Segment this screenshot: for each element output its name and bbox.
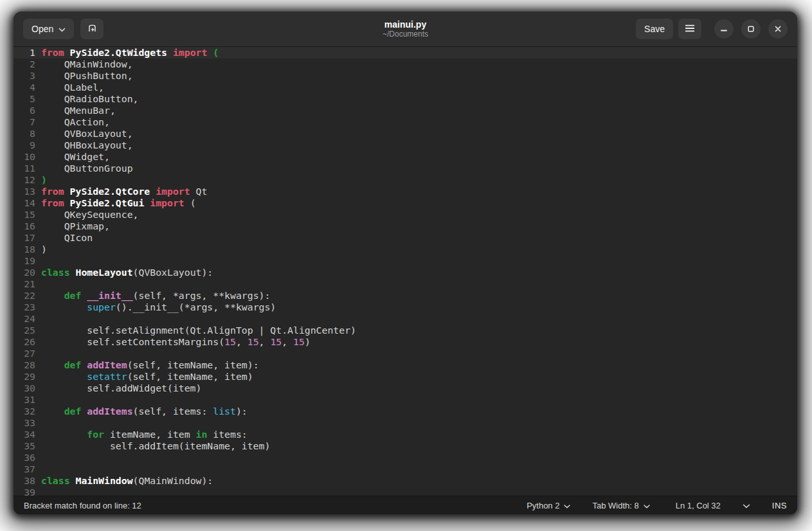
line-number: 33 xyxy=(14,417,35,429)
code-line[interactable]: 17 QIcon xyxy=(14,232,797,244)
line-number: 22 xyxy=(14,290,35,302)
code-line[interactable]: 32 def addItems(self, items: list): xyxy=(14,406,797,417)
code-line[interactable]: 37 xyxy=(14,464,797,475)
open-button-label: Open xyxy=(32,24,53,34)
tab-new-icon xyxy=(87,22,98,35)
language-label: Python 2 xyxy=(527,501,559,510)
line-number: 25 xyxy=(14,325,35,336)
statusbar-right-group: Python 2 Tab Width: 8 Ln 1, Col 32 xyxy=(511,501,787,510)
line-number: 6 xyxy=(14,105,35,116)
close-button[interactable] xyxy=(768,19,788,39)
code-line[interactable]: 22 def __init__(self, *args, **kwargs): xyxy=(14,290,797,302)
tab-width-selector[interactable]: Tab Width: 8 xyxy=(592,501,649,510)
code-text: from PySide2.QtWidgets import ( xyxy=(35,47,219,59)
line-number: 18 xyxy=(14,244,35,255)
code-text xyxy=(35,417,41,429)
goto-line-button[interactable] xyxy=(743,501,750,510)
line-number: 11 xyxy=(14,163,35,174)
new-tab-button[interactable] xyxy=(80,19,104,39)
code-line[interactable]: 13from PySide2.QtCore import Qt xyxy=(14,186,797,197)
code-line[interactable]: 23 super().__init__(*args, **kwargs) xyxy=(14,302,797,313)
code-line[interactable]: 28 def addItem(self, itemName, item): xyxy=(14,359,797,371)
code-line[interactable]: 27 xyxy=(14,348,797,359)
code-line[interactable]: 15 QKeySequence, xyxy=(14,209,797,221)
code-editor[interactable]: 1from PySide2.QtWidgets import (2 QMainW… xyxy=(14,47,797,496)
code-line[interactable]: 5 QRadioButton, xyxy=(14,93,797,105)
code-line[interactable]: 1from PySide2.QtWidgets import ( xyxy=(14,47,797,59)
code-line[interactable]: 4 QLabel, xyxy=(14,82,797,93)
window-controls xyxy=(714,19,788,39)
code-line[interactable]: 35 self.addItem(itemName, item) xyxy=(14,440,797,452)
code-line[interactable]: 9 QHBoxLayout, xyxy=(14,140,797,151)
code-line[interactable]: 24 xyxy=(14,313,797,325)
code-line[interactable]: 6 QMenuBar, xyxy=(14,105,797,116)
code-text: setattr(self, itemName, item) xyxy=(35,371,253,382)
menu-button[interactable] xyxy=(678,19,701,39)
save-button-label: Save xyxy=(644,24,665,34)
code-line[interactable]: 16 QPixmap, xyxy=(14,221,797,232)
line-number: 37 xyxy=(14,464,35,475)
line-number: 3 xyxy=(14,70,35,82)
line-number: 28 xyxy=(14,359,35,371)
line-number: 12 xyxy=(14,174,35,186)
headerbar: Open mainui.py ~/Documents Save xyxy=(14,12,797,47)
code-text xyxy=(35,255,41,267)
minimize-button[interactable] xyxy=(714,19,734,39)
line-number: 20 xyxy=(14,267,35,278)
maximize-button[interactable] xyxy=(741,19,761,39)
code-line[interactable]: 33 xyxy=(14,417,797,429)
line-number: 30 xyxy=(14,382,35,394)
code-line[interactable]: 39 xyxy=(14,487,797,496)
code-line[interactable]: 20class HomeLayout(QVBoxLayout): xyxy=(14,267,797,278)
code-text: class HomeLayout(QVBoxLayout): xyxy=(35,267,213,278)
code-text: QRadioButton, xyxy=(35,93,138,105)
code-text: self.addItem(itemName, item) xyxy=(35,440,270,452)
code-line[interactable]: 19 xyxy=(14,255,797,267)
code-text: QPixmap, xyxy=(35,221,110,232)
code-text xyxy=(35,278,41,290)
code-line[interactable]: 10 QWidget, xyxy=(14,151,797,163)
code-text: QButtonGroup xyxy=(35,163,133,174)
line-number: 26 xyxy=(14,336,35,348)
title-stack: mainui.py ~/Documents xyxy=(383,19,428,39)
line-number: 38 xyxy=(14,475,35,487)
save-button[interactable]: Save xyxy=(636,19,673,39)
code-line[interactable]: 8 QVBoxLayout, xyxy=(14,128,797,140)
code-line[interactable]: 14from PySide2.QtGui import ( xyxy=(14,197,797,209)
code-line[interactable]: 30 self.addWidget(item) xyxy=(14,382,797,394)
line-number: 36 xyxy=(14,452,35,464)
code-text: QKeySequence, xyxy=(35,209,138,221)
line-number: 10 xyxy=(14,151,35,163)
code-line[interactable]: 36 xyxy=(14,452,797,464)
code-text: class MainWindow(QMainWindow): xyxy=(35,475,213,487)
code-line[interactable]: 25 self.setAlignment(Qt.AlignTop | Qt.Al… xyxy=(14,325,797,336)
maximize-icon xyxy=(748,24,754,34)
code-line[interactable]: 7 QAction, xyxy=(14,116,797,128)
line-number: 32 xyxy=(14,406,35,417)
code-line[interactable]: 21 xyxy=(14,278,797,290)
chevron-down-icon xyxy=(743,501,750,510)
close-icon xyxy=(775,24,781,34)
minimize-icon xyxy=(721,24,727,34)
code-lines: 1from PySide2.QtWidgets import (2 QMainW… xyxy=(14,47,797,496)
code-line[interactable]: 29 setattr(self, itemName, item) xyxy=(14,371,797,382)
line-number: 24 xyxy=(14,313,35,325)
open-button[interactable]: Open xyxy=(23,19,74,39)
code-line[interactable]: 38class MainWindow(QMainWindow): xyxy=(14,475,797,487)
code-text xyxy=(35,313,41,325)
code-line[interactable]: 2 QMainWindow, xyxy=(14,59,797,70)
code-line[interactable]: 34 for itemName, item in items: xyxy=(14,429,797,440)
code-line[interactable]: 12) xyxy=(14,174,797,186)
code-line[interactable]: 18) xyxy=(14,244,797,255)
code-line[interactable]: 26 self.setContentsMargins(15, 15, 15, 1… xyxy=(14,336,797,348)
code-text: QMainWindow, xyxy=(35,59,133,70)
code-line[interactable]: 3 QPushButton, xyxy=(14,70,797,82)
code-text: self.addWidget(item) xyxy=(35,382,201,394)
code-text: from PySide2.QtGui import ( xyxy=(35,197,196,209)
line-number: 31 xyxy=(14,394,35,406)
code-line[interactable]: 31 xyxy=(14,394,797,406)
code-text: def addItem(self, itemName, item): xyxy=(35,359,259,371)
code-line[interactable]: 11 QButtonGroup xyxy=(14,163,797,174)
code-text: QHBoxLayout, xyxy=(35,140,133,151)
language-selector[interactable]: Python 2 xyxy=(527,501,570,510)
